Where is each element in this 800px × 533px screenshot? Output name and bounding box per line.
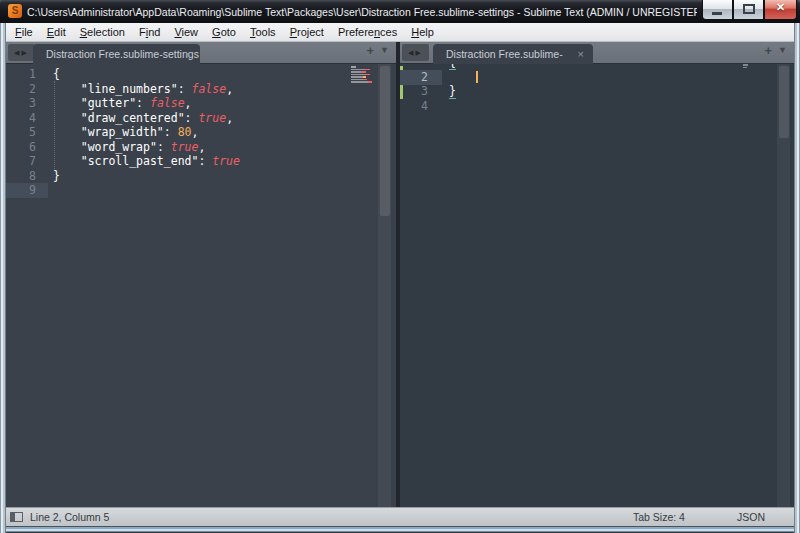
titlebar[interactable]: S C:\Users\Administrator\AppData\Roaming… xyxy=(0,0,800,23)
nav-forward-icon[interactable]: ▶ xyxy=(22,49,29,56)
tab-overflow-button[interactable]: ▼ xyxy=(380,45,389,55)
scrollbar-thumb[interactable] xyxy=(779,66,789,138)
line-number: 7 xyxy=(6,154,36,169)
text-caret xyxy=(476,71,478,83)
syntax-indicator[interactable]: JSON xyxy=(737,511,765,523)
menu-find[interactable]: Find xyxy=(132,23,167,41)
tab-overflow-button[interactable]: ▼ xyxy=(778,45,787,55)
nav-back-icon[interactable]: ◀ xyxy=(14,49,21,56)
menu-project[interactable]: Project xyxy=(283,23,331,41)
line-number: 1 xyxy=(6,67,36,82)
menu-tools[interactable]: Tools xyxy=(243,23,283,41)
line-number: 2 xyxy=(400,70,428,85)
window-border-right xyxy=(794,23,800,533)
line-number: 3 xyxy=(400,84,428,99)
close-icon: ✕ xyxy=(765,1,796,14)
line-number: 4 xyxy=(400,99,428,114)
nav-back-icon[interactable]: ◀ xyxy=(408,49,415,56)
sublime-text-window: S C:\Users\Administrator\AppData\Roaming… xyxy=(0,0,800,533)
line-number: 6 xyxy=(6,140,36,155)
code-line[interactable]: "gutter": false, xyxy=(53,96,192,111)
new-tab-button[interactable]: + xyxy=(764,43,772,58)
close-button[interactable]: ✕ xyxy=(764,0,797,20)
line-number: 5 xyxy=(6,125,36,140)
menu-view[interactable]: View xyxy=(167,23,205,41)
code-line[interactable]: "draw_centered": true, xyxy=(53,111,233,126)
cursor-position[interactable]: Line 2, Column 5 xyxy=(30,511,109,523)
menu-goto[interactable]: Goto xyxy=(205,23,243,41)
menu-preferences[interactable]: Preferences xyxy=(331,23,404,41)
code-line[interactable]: "line_numbers": false, xyxy=(53,82,233,97)
menu-edit[interactable]: Edit xyxy=(40,23,73,41)
minimize-button[interactable] xyxy=(702,0,733,20)
new-tab-button[interactable]: + xyxy=(366,43,374,58)
tab-size-indicator[interactable]: Tab Size: 4 xyxy=(633,511,685,523)
sublime-logo-icon: S xyxy=(8,4,22,18)
window-title: C:\Users\Administrator\AppData\Roaming\S… xyxy=(27,4,697,20)
tab-right-distraction-free[interactable]: Distraction Free.sublime-settings × xyxy=(433,44,593,64)
editor-pane-right[interactable]: {2 3}4 xyxy=(400,64,794,507)
nav-forward-icon[interactable]: ▶ xyxy=(416,49,423,56)
statusbar: Line 2, Column 5 Tab Size: 4 JSON xyxy=(0,507,800,526)
line-number: 3 xyxy=(6,96,36,111)
tab-nav-arrows[interactable]: ◀▶ xyxy=(8,44,35,61)
code-line[interactable]: "scroll_past_end": true xyxy=(53,154,240,169)
code-line[interactable]: { xyxy=(53,67,60,82)
code-line[interactable]: } xyxy=(449,84,456,99)
window-border-left xyxy=(0,23,6,533)
tab-left-distraction-free[interactable]: Distraction Free.sublime-settings × xyxy=(33,44,200,64)
line-number: 8 xyxy=(6,169,36,184)
maximize-button[interactable] xyxy=(733,0,764,20)
editor-pane-left[interactable]: 1{2 "line_numbers": false,3 "gutter": fa… xyxy=(6,64,396,507)
menu-selection[interactable]: Selection xyxy=(73,23,132,41)
code-line[interactable] xyxy=(449,70,477,85)
code-line[interactable]: "word_wrap": true, xyxy=(53,140,205,155)
maximize-icon xyxy=(743,4,755,14)
tabbar-left: ◀▶ Distraction Free.sublime-settings × +… xyxy=(6,42,396,64)
window-border-bottom xyxy=(0,526,800,533)
line-number: 2 xyxy=(6,82,36,97)
code-line[interactable]: "wrap_width": 80, xyxy=(53,125,198,140)
scrollbar-thumb[interactable] xyxy=(380,66,390,216)
tab-nav-arrows[interactable]: ◀▶ xyxy=(402,44,429,61)
vertical-scrollbar[interactable] xyxy=(378,64,391,507)
line-number: 4 xyxy=(6,111,36,126)
minimap[interactable] xyxy=(351,66,375,82)
tab-label: Distraction Free.sublime-settings xyxy=(46,48,199,60)
window-controls: ✕ xyxy=(702,0,797,19)
menubar: FileEditSelectionFindViewGotoToolsProjec… xyxy=(0,23,800,42)
menu-file[interactable]: File xyxy=(8,23,40,41)
sidebar-toggle-icon[interactable] xyxy=(10,512,23,522)
vertical-scrollbar[interactable] xyxy=(777,64,790,507)
tab-close-icon[interactable]: × xyxy=(578,44,584,64)
tabbar-right: ◀▶ Distraction Free.sublime-settings × +… xyxy=(400,42,794,64)
minimize-icon xyxy=(712,12,722,15)
tab-close-icon[interactable]: × xyxy=(185,44,191,64)
code-line[interactable]: } xyxy=(53,169,60,184)
minimap[interactable] xyxy=(743,64,755,76)
menu-help[interactable]: Help xyxy=(404,23,441,41)
line-number: 9 xyxy=(6,183,36,198)
